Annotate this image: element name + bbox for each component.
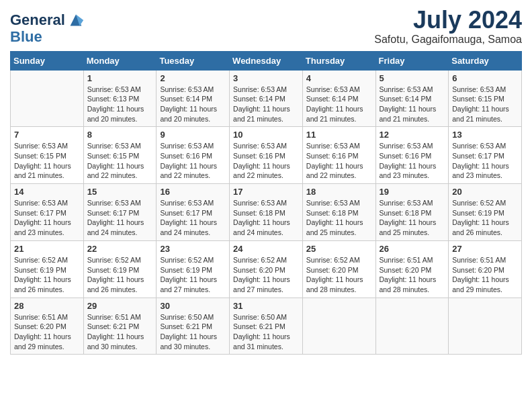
day-info: Sunrise: 6:50 AM Sunset: 6:21 PM Dayligh… [233, 312, 299, 352]
day-number: 13 [452, 130, 518, 140]
day-number: 10 [233, 130, 299, 140]
calendar-cell: 7Sunrise: 6:53 AM Sunset: 6:15 PM Daylig… [11, 127, 84, 184]
day-number: 16 [160, 187, 226, 197]
day-number: 5 [380, 73, 445, 83]
weekday-header-tuesday: Tuesday [157, 51, 230, 70]
day-info: Sunrise: 6:53 AM Sunset: 6:18 PM Dayligh… [233, 198, 299, 238]
calendar-cell: 24Sunrise: 6:52 AM Sunset: 6:20 PM Dayli… [230, 240, 303, 298]
day-info: Sunrise: 6:53 AM Sunset: 6:17 PM Dayligh… [14, 198, 80, 238]
weekday-header-sunday: Sunday [11, 51, 84, 70]
calendar-cell: 19Sunrise: 6:53 AM Sunset: 6:18 PM Dayli… [375, 184, 449, 241]
day-number: 28 [14, 301, 80, 311]
day-number: 29 [87, 301, 153, 311]
day-info: Sunrise: 6:53 AM Sunset: 6:13 PM Dayligh… [87, 85, 153, 124]
calendar-cell: 20Sunrise: 6:52 AM Sunset: 6:19 PM Dayli… [449, 184, 522, 241]
calendar-cell: 11Sunrise: 6:53 AM Sunset: 6:16 PM Dayli… [302, 127, 375, 184]
calendar-cell: 31Sunrise: 6:50 AM Sunset: 6:21 PM Dayli… [230, 298, 303, 355]
logo-text: General [10, 13, 65, 28]
calendar-cell: 2Sunrise: 6:53 AM Sunset: 6:14 PM Daylig… [157, 70, 230, 127]
day-info: Sunrise: 6:53 AM Sunset: 6:14 PM Dayligh… [233, 85, 299, 124]
calendar-week-2: 7Sunrise: 6:53 AM Sunset: 6:15 PM Daylig… [11, 127, 522, 184]
day-info: Sunrise: 6:51 AM Sunset: 6:21 PM Dayligh… [87, 312, 153, 352]
day-info: Sunrise: 6:53 AM Sunset: 6:18 PM Dayligh… [306, 198, 372, 238]
day-number: 12 [380, 130, 445, 140]
day-number: 3 [233, 73, 299, 83]
calendar-cell: 29Sunrise: 6:51 AM Sunset: 6:21 PM Dayli… [83, 298, 157, 355]
calendar-cell [11, 70, 84, 127]
day-info: Sunrise: 6:52 AM Sunset: 6:19 PM Dayligh… [14, 255, 80, 295]
day-number: 15 [87, 187, 153, 197]
day-info: Sunrise: 6:53 AM Sunset: 6:15 PM Dayligh… [87, 141, 153, 181]
calendar-body: 1Sunrise: 6:53 AM Sunset: 6:13 PM Daylig… [11, 70, 522, 355]
calendar-cell: 27Sunrise: 6:51 AM Sunset: 6:20 PM Dayli… [449, 240, 522, 298]
calendar-cell [375, 298, 449, 355]
calendar-cell: 8Sunrise: 6:53 AM Sunset: 6:15 PM Daylig… [83, 127, 157, 184]
day-number: 2 [160, 73, 226, 83]
calendar-cell: 15Sunrise: 6:53 AM Sunset: 6:17 PM Dayli… [83, 184, 157, 241]
day-number: 21 [14, 244, 80, 254]
calendar-table: SundayMondayTuesdayWednesdayThursdayFrid… [10, 51, 522, 355]
day-info: Sunrise: 6:53 AM Sunset: 6:15 PM Dayligh… [452, 85, 518, 124]
weekday-header-wednesday: Wednesday [230, 51, 303, 70]
calendar-cell: 25Sunrise: 6:52 AM Sunset: 6:20 PM Dayli… [302, 240, 375, 298]
day-info: Sunrise: 6:52 AM Sunset: 6:20 PM Dayligh… [306, 255, 372, 295]
weekday-header-thursday: Thursday [302, 51, 375, 70]
day-number: 31 [233, 301, 299, 311]
day-number: 17 [233, 187, 299, 197]
page-header: General Blue July 2024 Safotu, Gagaifoma… [10, 7, 522, 46]
day-info: Sunrise: 6:53 AM Sunset: 6:16 PM Dayligh… [380, 141, 445, 181]
day-number: 7 [14, 130, 80, 140]
day-info: Sunrise: 6:53 AM Sunset: 6:17 PM Dayligh… [160, 198, 226, 238]
calendar-cell: 6Sunrise: 6:53 AM Sunset: 6:15 PM Daylig… [449, 70, 522, 127]
day-number: 14 [14, 187, 80, 197]
calendar-cell: 1Sunrise: 6:53 AM Sunset: 6:13 PM Daylig… [83, 70, 157, 127]
calendar-cell: 5Sunrise: 6:53 AM Sunset: 6:14 PM Daylig… [375, 70, 449, 127]
day-number: 23 [160, 244, 226, 254]
day-info: Sunrise: 6:53 AM Sunset: 6:14 PM Dayligh… [306, 85, 372, 124]
day-info: Sunrise: 6:53 AM Sunset: 6:17 PM Dayligh… [452, 141, 518, 181]
calendar-week-3: 14Sunrise: 6:53 AM Sunset: 6:17 PM Dayli… [11, 184, 522, 241]
calendar-cell: 23Sunrise: 6:52 AM Sunset: 6:19 PM Dayli… [157, 240, 230, 298]
day-info: Sunrise: 6:53 AM Sunset: 6:14 PM Dayligh… [160, 85, 226, 124]
calendar-week-4: 21Sunrise: 6:52 AM Sunset: 6:19 PM Dayli… [11, 240, 522, 298]
day-info: Sunrise: 6:53 AM Sunset: 6:17 PM Dayligh… [87, 198, 153, 238]
day-info: Sunrise: 6:51 AM Sunset: 6:20 PM Dayligh… [380, 255, 445, 295]
calendar-cell: 30Sunrise: 6:50 AM Sunset: 6:21 PM Dayli… [157, 298, 230, 355]
calendar-cell [302, 298, 375, 355]
day-info: Sunrise: 6:50 AM Sunset: 6:21 PM Dayligh… [160, 312, 226, 352]
calendar-cell: 26Sunrise: 6:51 AM Sunset: 6:20 PM Dayli… [375, 240, 449, 298]
calendar-cell: 16Sunrise: 6:53 AM Sunset: 6:17 PM Dayli… [157, 184, 230, 241]
day-number: 4 [306, 73, 372, 83]
day-info: Sunrise: 6:52 AM Sunset: 6:20 PM Dayligh… [233, 255, 299, 295]
calendar-cell: 13Sunrise: 6:53 AM Sunset: 6:17 PM Dayli… [449, 127, 522, 184]
day-number: 20 [452, 187, 518, 197]
calendar-cell: 22Sunrise: 6:52 AM Sunset: 6:19 PM Dayli… [83, 240, 157, 298]
month-year-title: July 2024 [374, 7, 522, 34]
day-info: Sunrise: 6:52 AM Sunset: 6:19 PM Dayligh… [452, 198, 518, 238]
calendar-cell: 21Sunrise: 6:52 AM Sunset: 6:19 PM Dayli… [11, 240, 84, 298]
calendar-cell: 3Sunrise: 6:53 AM Sunset: 6:14 PM Daylig… [230, 70, 303, 127]
day-info: Sunrise: 6:51 AM Sunset: 6:20 PM Dayligh… [14, 312, 80, 352]
day-number: 26 [380, 244, 445, 254]
day-info: Sunrise: 6:53 AM Sunset: 6:15 PM Dayligh… [14, 141, 80, 181]
day-number: 1 [87, 73, 153, 83]
day-number: 8 [87, 130, 153, 140]
day-info: Sunrise: 6:53 AM Sunset: 6:14 PM Dayligh… [380, 85, 445, 124]
day-info: Sunrise: 6:51 AM Sunset: 6:20 PM Dayligh… [452, 255, 518, 295]
calendar-cell: 4Sunrise: 6:53 AM Sunset: 6:14 PM Daylig… [302, 70, 375, 127]
day-number: 19 [380, 187, 445, 197]
day-number: 11 [306, 130, 372, 140]
day-number: 24 [233, 244, 299, 254]
calendar-cell: 10Sunrise: 6:53 AM Sunset: 6:16 PM Dayli… [230, 127, 303, 184]
calendar-cell [449, 298, 522, 355]
day-number: 9 [160, 130, 226, 140]
day-info: Sunrise: 6:53 AM Sunset: 6:16 PM Dayligh… [160, 141, 226, 181]
calendar-week-5: 28Sunrise: 6:51 AM Sunset: 6:20 PM Dayli… [11, 298, 522, 355]
weekday-header-row: SundayMondayTuesdayWednesdayThursdayFrid… [11, 51, 522, 70]
calendar-cell: 18Sunrise: 6:53 AM Sunset: 6:18 PM Dayli… [302, 184, 375, 241]
day-info: Sunrise: 6:53 AM Sunset: 6:16 PM Dayligh… [233, 141, 299, 181]
location-subtitle: Safotu, Gagaifomauga, Samoa [374, 34, 522, 46]
day-number: 25 [306, 244, 372, 254]
day-info: Sunrise: 6:52 AM Sunset: 6:19 PM Dayligh… [87, 255, 153, 295]
day-number: 22 [87, 244, 153, 254]
